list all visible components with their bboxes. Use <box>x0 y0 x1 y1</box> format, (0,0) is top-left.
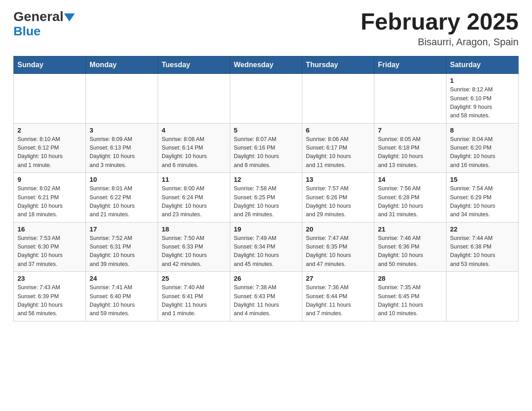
calendar-cell: 2Sunrise: 8:10 AMSunset: 6:12 PMDaylight… <box>14 123 86 173</box>
day-info: Sunrise: 8:08 AMSunset: 6:14 PMDaylight:… <box>162 135 226 170</box>
calendar-week-row: 1Sunrise: 8:12 AMSunset: 6:10 PMDaylight… <box>14 74 519 124</box>
calendar-cell: 25Sunrise: 7:40 AMSunset: 6:41 PMDayligh… <box>158 272 230 321</box>
day-info: Sunrise: 8:01 AMSunset: 6:22 PMDaylight:… <box>90 184 154 219</box>
day-number: 8 <box>450 126 515 134</box>
day-info: Sunrise: 7:52 AMSunset: 6:31 PMDaylight:… <box>90 234 154 269</box>
day-number: 25 <box>162 274 226 282</box>
calendar-cell: 3Sunrise: 8:09 AMSunset: 6:13 PMDaylight… <box>86 123 158 173</box>
day-number: 1 <box>450 77 515 84</box>
day-of-week-header: Thursday <box>302 56 374 74</box>
calendar-cell: 24Sunrise: 7:41 AMSunset: 6:40 PMDayligh… <box>86 272 158 321</box>
day-info: Sunrise: 8:04 AMSunset: 6:20 PMDaylight:… <box>450 135 515 170</box>
day-info: Sunrise: 7:58 AMSunset: 6:25 PMDaylight:… <box>234 184 298 219</box>
calendar-cell <box>14 74 86 124</box>
calendar-table: SundayMondayTuesdayWednesdayThursdayFrid… <box>13 56 519 321</box>
calendar-cell: 5Sunrise: 8:07 AMSunset: 6:16 PMDaylight… <box>230 123 302 173</box>
calendar-cell <box>230 74 302 124</box>
day-info: Sunrise: 7:54 AMSunset: 6:29 PMDaylight:… <box>450 184 515 219</box>
day-info: Sunrise: 8:02 AMSunset: 6:21 PMDaylight:… <box>17 184 82 219</box>
calendar-cell: 15Sunrise: 7:54 AMSunset: 6:29 PMDayligh… <box>446 173 519 223</box>
day-number: 3 <box>90 126 154 134</box>
day-info: Sunrise: 7:49 AMSunset: 6:34 PMDaylight:… <box>234 234 298 269</box>
day-number: 7 <box>378 126 442 134</box>
day-info: Sunrise: 7:40 AMSunset: 6:41 PMDaylight:… <box>162 283 226 318</box>
day-number: 24 <box>90 274 154 282</box>
calendar-cell <box>86 74 158 124</box>
calendar-cell: 11Sunrise: 8:00 AMSunset: 6:24 PMDayligh… <box>158 173 230 223</box>
day-number: 17 <box>90 225 154 233</box>
calendar-cell: 23Sunrise: 7:43 AMSunset: 6:39 PMDayligh… <box>14 272 86 321</box>
logo-arrow-icon <box>64 13 75 21</box>
calendar-cell: 13Sunrise: 7:57 AMSunset: 6:26 PMDayligh… <box>302 173 374 223</box>
day-number: 2 <box>17 126 82 134</box>
day-info: Sunrise: 7:44 AMSunset: 6:38 PMDaylight:… <box>450 234 515 269</box>
calendar-cell: 20Sunrise: 7:47 AMSunset: 6:35 PMDayligh… <box>302 222 374 272</box>
day-number: 11 <box>162 176 226 183</box>
day-number: 14 <box>378 176 442 183</box>
day-of-week-header: Sunday <box>14 56 86 74</box>
day-number: 22 <box>450 225 515 233</box>
calendar-cell <box>158 74 230 124</box>
day-of-week-header: Friday <box>374 56 446 74</box>
day-number: 21 <box>378 225 442 233</box>
calendar-cell: 6Sunrise: 8:06 AMSunset: 6:17 PMDaylight… <box>302 123 374 173</box>
day-number: 4 <box>162 126 226 134</box>
day-number: 23 <box>17 274 82 282</box>
day-info: Sunrise: 7:47 AMSunset: 6:35 PMDaylight:… <box>306 234 370 269</box>
calendar-cell: 14Sunrise: 7:56 AMSunset: 6:28 PMDayligh… <box>374 173 446 223</box>
day-number: 18 <box>162 225 226 233</box>
calendar-week-row: 16Sunrise: 7:53 AMSunset: 6:30 PMDayligh… <box>14 222 519 272</box>
day-number: 20 <box>306 225 370 233</box>
title-block: February 2025 Bisaurri, Aragon, Spain <box>360 9 519 48</box>
calendar-cell: 4Sunrise: 8:08 AMSunset: 6:14 PMDaylight… <box>158 123 230 173</box>
day-number: 6 <box>306 126 370 134</box>
day-info: Sunrise: 8:00 AMSunset: 6:24 PMDaylight:… <box>162 184 226 219</box>
day-info: Sunrise: 8:05 AMSunset: 6:18 PMDaylight:… <box>378 135 442 170</box>
calendar-week-row: 9Sunrise: 8:02 AMSunset: 6:21 PMDaylight… <box>14 173 519 223</box>
day-number: 15 <box>450 176 515 183</box>
calendar-cell <box>446 272 519 321</box>
day-info: Sunrise: 7:38 AMSunset: 6:43 PMDaylight:… <box>234 283 298 318</box>
day-number: 12 <box>234 176 298 183</box>
day-number: 5 <box>234 126 298 134</box>
calendar-cell: 1Sunrise: 8:12 AMSunset: 6:10 PMDaylight… <box>446 74 519 124</box>
calendar-cell: 17Sunrise: 7:52 AMSunset: 6:31 PMDayligh… <box>86 222 158 272</box>
calendar-cell: 21Sunrise: 7:46 AMSunset: 6:36 PMDayligh… <box>374 222 446 272</box>
day-info: Sunrise: 8:10 AMSunset: 6:12 PMDaylight:… <box>17 135 82 170</box>
logo-blue-text: Blue <box>13 24 41 39</box>
calendar-cell: 7Sunrise: 8:05 AMSunset: 6:18 PMDaylight… <box>374 123 446 173</box>
day-number: 26 <box>234 274 298 282</box>
day-number: 9 <box>17 176 82 183</box>
day-info: Sunrise: 8:07 AMSunset: 6:16 PMDaylight:… <box>234 135 298 170</box>
day-number: 27 <box>306 274 370 282</box>
day-of-week-header: Saturday <box>446 56 519 74</box>
day-info: Sunrise: 7:35 AMSunset: 6:45 PMDaylight:… <box>378 283 442 318</box>
day-of-week-header: Tuesday <box>158 56 230 74</box>
day-info: Sunrise: 7:43 AMSunset: 6:39 PMDaylight:… <box>17 283 82 318</box>
location-title: Bisaurri, Aragon, Spain <box>360 36 519 48</box>
day-info: Sunrise: 7:56 AMSunset: 6:28 PMDaylight:… <box>378 184 442 219</box>
calendar-cell: 26Sunrise: 7:38 AMSunset: 6:43 PMDayligh… <box>230 272 302 321</box>
calendar-week-row: 2Sunrise: 8:10 AMSunset: 6:12 PMDaylight… <box>14 123 519 173</box>
calendar-cell: 9Sunrise: 8:02 AMSunset: 6:21 PMDaylight… <box>14 173 86 223</box>
calendar-cell: 10Sunrise: 8:01 AMSunset: 6:22 PMDayligh… <box>86 173 158 223</box>
day-number: 19 <box>234 225 298 233</box>
day-number: 13 <box>306 176 370 183</box>
month-title: February 2025 <box>360 9 519 34</box>
calendar-cell: 19Sunrise: 7:49 AMSunset: 6:34 PMDayligh… <box>230 222 302 272</box>
day-info: Sunrise: 7:46 AMSunset: 6:36 PMDaylight:… <box>378 234 442 269</box>
calendar-cell: 16Sunrise: 7:53 AMSunset: 6:30 PMDayligh… <box>14 222 86 272</box>
calendar-cell: 28Sunrise: 7:35 AMSunset: 6:45 PMDayligh… <box>374 272 446 321</box>
calendar-header-row: SundayMondayTuesdayWednesdayThursdayFrid… <box>14 56 519 74</box>
logo-general-text: General <box>13 9 64 24</box>
day-info: Sunrise: 7:50 AMSunset: 6:33 PMDaylight:… <box>162 234 226 269</box>
day-info: Sunrise: 7:41 AMSunset: 6:40 PMDaylight:… <box>90 283 154 318</box>
day-number: 28 <box>378 274 442 282</box>
logo: General Blue <box>13 9 75 39</box>
calendar-cell: 8Sunrise: 8:04 AMSunset: 6:20 PMDaylight… <box>446 123 519 173</box>
calendar-cell: 18Sunrise: 7:50 AMSunset: 6:33 PMDayligh… <box>158 222 230 272</box>
calendar-cell: 27Sunrise: 7:36 AMSunset: 6:44 PMDayligh… <box>302 272 374 321</box>
calendar-cell <box>302 74 374 124</box>
day-info: Sunrise: 8:06 AMSunset: 6:17 PMDaylight:… <box>306 135 370 170</box>
calendar-week-row: 23Sunrise: 7:43 AMSunset: 6:39 PMDayligh… <box>14 272 519 321</box>
